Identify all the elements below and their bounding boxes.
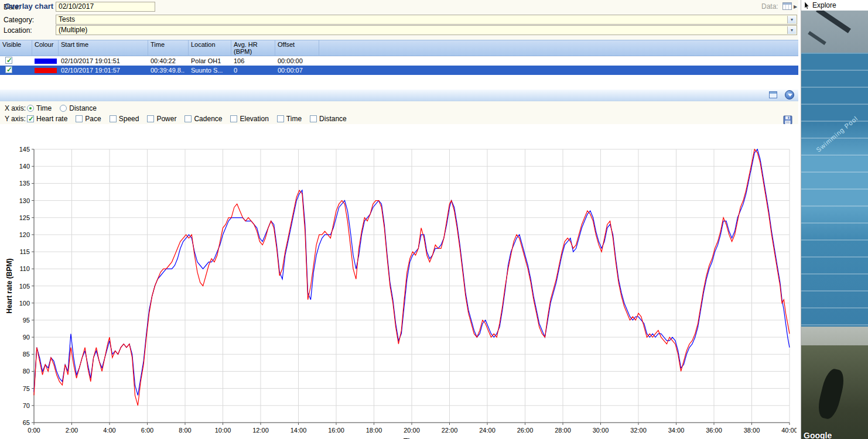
- row1-start-time: 02/10/2017 19:01:51: [59, 57, 148, 64]
- map-image[interactable]: Swimming Pool Google: [801, 11, 868, 439]
- date-input[interactable]: 02/10/2017: [56, 2, 155, 12]
- svg-text:125: 125: [19, 214, 30, 221]
- column-header-time[interactable]: Time: [148, 40, 189, 56]
- column-header-visible[interactable]: Visible: [0, 40, 32, 56]
- column-header-filler: [319, 40, 798, 56]
- row1-visible-checkbox[interactable]: [5, 57, 12, 64]
- category-select[interactable]: Tests ▾: [56, 15, 797, 25]
- svg-text:Heart rate (BPM): Heart rate (BPM): [5, 258, 13, 313]
- svg-text:34:00: 34:00: [668, 427, 685, 434]
- svg-text:14:00: 14:00: [291, 427, 307, 434]
- column-header-offset[interactable]: Offset: [275, 40, 319, 56]
- time-checkbox[interactable]: [277, 115, 284, 122]
- y-option-power[interactable]: Power: [147, 115, 176, 123]
- save-icon[interactable]: [783, 115, 792, 125]
- heart-rate-checkbox[interactable]: [27, 115, 34, 122]
- y-option-cadence[interactable]: Cadence: [184, 115, 222, 123]
- svg-text:115: 115: [19, 248, 30, 255]
- x-option-distance[interactable]: Distance: [60, 104, 97, 112]
- pace-checkbox[interactable]: [76, 115, 83, 122]
- svg-text:70: 70: [23, 402, 30, 409]
- table-row[interactable]: 02/10/2017 19:01:57 00:39:49.8.. Suunto …: [0, 66, 798, 75]
- x-option-time[interactable]: Time: [27, 104, 52, 112]
- svg-text:8:00: 8:00: [179, 427, 191, 434]
- column-header-colour[interactable]: Colour: [32, 40, 59, 56]
- y-option-pace[interactable]: Pace: [76, 115, 101, 123]
- row2-location: Suunto S...: [189, 67, 231, 74]
- svg-text:140: 140: [19, 163, 30, 170]
- svg-text:0:00: 0:00: [28, 427, 40, 434]
- explore-header[interactable]: Explore: [801, 0, 868, 11]
- cursor-arrow-icon: [804, 2, 809, 9]
- distance-checkbox[interactable]: [310, 115, 317, 122]
- distance-radio[interactable]: [60, 105, 67, 112]
- data-grid-icon[interactable]: [782, 2, 792, 10]
- y-option-speed[interactable]: Speed: [110, 115, 139, 123]
- svg-text:65: 65: [23, 419, 30, 426]
- column-header-location[interactable]: Location: [189, 40, 231, 56]
- elevation-checkbox[interactable]: [230, 115, 237, 122]
- category-dropdown-icon[interactable]: ▾: [787, 16, 796, 23]
- location-value: (Multiple): [59, 26, 87, 34]
- time-radio[interactable]: [27, 105, 34, 112]
- row1-offset: 00:00:00: [275, 57, 319, 64]
- y-option-time[interactable]: Time: [277, 115, 302, 123]
- svg-text:30:00: 30:00: [593, 427, 609, 434]
- y-axis-options-row: Y axis: Heart rate Pace Speed Power Cade…: [5, 114, 355, 124]
- svg-text:26:00: 26:00: [517, 427, 534, 434]
- x-axis-options-row: X axis: Time Distance: [5, 104, 105, 113]
- cadence-checkbox[interactable]: [184, 115, 192, 122]
- row2-start-time: 02/10/2017 19:01:57: [59, 67, 148, 74]
- svg-text:32:00: 32:00: [630, 427, 647, 434]
- svg-text:120: 120: [19, 231, 30, 238]
- table-header-row: Visible Colour Start time Time Location …: [0, 40, 798, 56]
- svg-text:6:00: 6:00: [141, 427, 153, 434]
- svg-text:4:00: 4:00: [103, 427, 115, 434]
- svg-text:85: 85: [23, 351, 30, 358]
- data-label: Data:: [761, 2, 778, 11]
- explore-pane: Explore Swimming Pool Google: [801, 0, 868, 439]
- sport-tracking-app: Date: 02/10/2017 Data: ▶ Category: Tests…: [0, 0, 868, 439]
- location-label: Location:: [4, 26, 32, 35]
- main-area: Date: 02/10/2017 Data: ▶ Category: Tests…: [0, 0, 798, 439]
- svg-text:135: 135: [19, 180, 30, 187]
- column-header-avg-hr[interactable]: Avg. HR (BPM): [231, 40, 275, 56]
- speed-checkbox[interactable]: [110, 115, 117, 122]
- svg-text:95: 95: [23, 317, 30, 324]
- svg-text:105: 105: [19, 283, 30, 290]
- overlay-chart-canvas[interactable]: 6570758085909510010511011512012513013514…: [4, 128, 797, 439]
- y-option-heart-rate[interactable]: Heart rate: [27, 115, 67, 123]
- svg-text:10:00: 10:00: [215, 427, 231, 434]
- svg-text:20:00: 20:00: [404, 427, 420, 434]
- svg-text:2:00: 2:00: [66, 427, 78, 434]
- activities-table: Visible Colour Start time Time Location …: [0, 40, 798, 89]
- category-value: Tests: [59, 15, 75, 23]
- svg-text:18:00: 18:00: [366, 427, 382, 434]
- power-checkbox[interactable]: [147, 115, 154, 122]
- row2-offset: 00:00:07: [275, 67, 319, 74]
- panel-window-icon[interactable]: [769, 91, 777, 98]
- svg-text:110: 110: [19, 265, 30, 272]
- y-option-distance[interactable]: Distance: [310, 115, 347, 123]
- row1-avg-hr: 106: [231, 57, 275, 64]
- svg-text:16:00: 16:00: [328, 427, 344, 434]
- table-row[interactable]: 02/10/2017 19:01:51 00:40:22 Polar OH1 1…: [0, 56, 798, 66]
- svg-text:36:00: 36:00: [706, 427, 722, 434]
- svg-text:90: 90: [23, 334, 30, 341]
- row1-time: 00:40:22: [148, 57, 189, 64]
- svg-text:145: 145: [19, 146, 30, 153]
- location-dropdown-icon[interactable]: ▾: [787, 26, 796, 34]
- svg-text:100: 100: [19, 300, 30, 307]
- data-arrow-icon[interactable]: ▶: [794, 4, 797, 9]
- row1-location: Polar OH1: [189, 57, 231, 64]
- y-option-elevation[interactable]: Elevation: [230, 115, 268, 123]
- overlay-chart-title: Overlay chart: [5, 2, 53, 11]
- map-pool-area: [801, 53, 868, 327]
- row2-colour-swatch: [35, 68, 57, 73]
- column-header-start-time[interactable]: Start time: [59, 40, 148, 56]
- location-select[interactable]: (Multiple) ▾: [56, 25, 797, 35]
- svg-text:40:00: 40:00: [781, 427, 797, 434]
- collapse-chevron-icon[interactable]: [785, 90, 794, 100]
- row2-visible-checkbox[interactable]: [5, 66, 12, 73]
- category-label: Category:: [4, 15, 34, 25]
